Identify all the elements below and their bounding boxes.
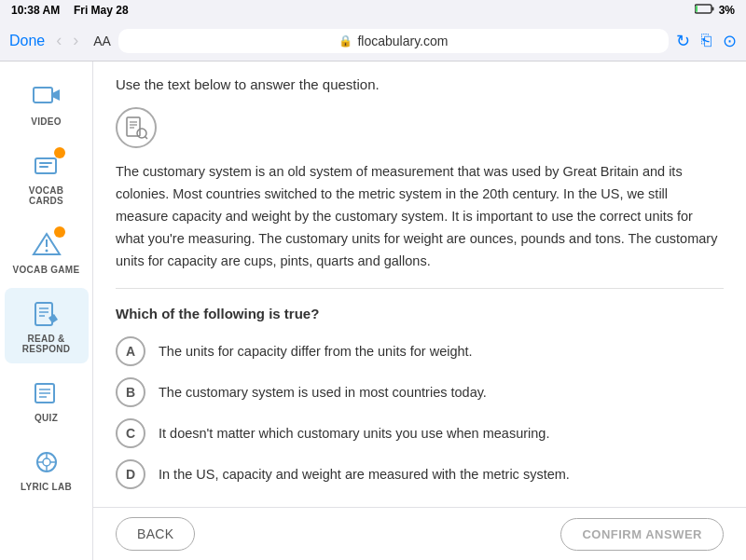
choice-a[interactable]: A The units for capacity differ from the… bbox=[116, 336, 724, 366]
time: 10:38 AM bbox=[11, 4, 60, 17]
sidebar-video-label: VIDEO bbox=[31, 116, 62, 127]
choice-a-letter: A bbox=[116, 336, 145, 366]
url-bar[interactable]: 🔒 flocabulary.com bbox=[118, 29, 669, 53]
status-left: 10:38 AM Fri May 28 bbox=[11, 4, 129, 17]
choice-b-letter: B bbox=[116, 377, 145, 407]
choice-b[interactable]: B The customary system is used in most c… bbox=[116, 377, 724, 407]
browser-navigation: ‹ › bbox=[52, 31, 82, 50]
status-right: 3% bbox=[695, 4, 735, 17]
svg-point-10 bbox=[45, 250, 48, 253]
choice-c[interactable]: C It doesn't matter which customary unit… bbox=[116, 418, 724, 448]
vocab-game-icon bbox=[30, 228, 63, 262]
video-icon bbox=[30, 80, 63, 114]
sidebar-item-vocab-cards[interactable]: VOCAB CARDS bbox=[5, 140, 89, 215]
svg-line-30 bbox=[145, 137, 148, 140]
passage-text: The customary system is an old system of… bbox=[116, 161, 724, 289]
browser-bar: Done ‹ › AA 🔒 flocabulary.com ↻ ⎗ ⊙ bbox=[0, 20, 746, 61]
date: Fri May 28 bbox=[74, 4, 129, 17]
choice-d-letter: D bbox=[116, 459, 145, 489]
sidebar-read-respond-label: READ & RESPOND bbox=[12, 334, 81, 354]
svg-rect-2 bbox=[696, 6, 698, 12]
done-button[interactable]: Done bbox=[9, 33, 45, 49]
vocab-cards-icon bbox=[30, 149, 63, 183]
vocab-game-badge bbox=[54, 226, 65, 238]
lyric-lab-icon bbox=[30, 445, 63, 479]
lock-icon: 🔒 bbox=[338, 34, 352, 48]
sidebar-quiz-label: QUIZ bbox=[35, 413, 58, 423]
menu-button[interactable]: ⊙ bbox=[723, 31, 737, 51]
share-button[interactable]: ⎗ bbox=[701, 31, 711, 50]
svg-rect-6 bbox=[39, 162, 52, 164]
bottom-bar: BACK CONFIRM ANSWER bbox=[93, 507, 746, 560]
battery-icon bbox=[695, 4, 715, 17]
sidebar-vocab-game-label: VOCAB GAME bbox=[13, 265, 80, 275]
read-respond-icon bbox=[30, 297, 63, 331]
back-button[interactable]: BACK bbox=[116, 517, 195, 551]
sidebar-item-read-respond[interactable]: READ & RESPOND bbox=[5, 288, 89, 363]
forward-button[interactable]: › bbox=[69, 31, 82, 50]
vocab-cards-badge bbox=[54, 147, 65, 158]
svg-point-20 bbox=[43, 458, 50, 466]
sidebar-item-video[interactable]: VIDEO bbox=[5, 71, 89, 136]
sidebar-item-vocab-game[interactable]: VOCAB GAME bbox=[5, 219, 89, 284]
choice-c-letter: C bbox=[116, 418, 145, 448]
svg-rect-1 bbox=[711, 7, 713, 11]
svg-rect-25 bbox=[127, 117, 140, 136]
sidebar-item-lyric-lab[interactable]: LYRIC LAB bbox=[5, 436, 89, 501]
main-layout: VIDEO VOCAB CARDS bbox=[0, 61, 746, 560]
choice-a-text: The units for capacity differ from the u… bbox=[159, 344, 473, 359]
battery-percent: 3% bbox=[719, 4, 735, 17]
choice-d-text: In the US, capacity and weight are measu… bbox=[159, 467, 570, 482]
svg-marker-4 bbox=[52, 89, 60, 101]
answer-choices: A The units for capacity differ from the… bbox=[116, 336, 724, 489]
question-text: Which of the following is true? bbox=[116, 306, 724, 321]
refresh-button[interactable]: ↻ bbox=[676, 31, 690, 51]
sidebar-vocab-cards-label: VOCAB CARDS bbox=[12, 185, 81, 206]
back-button[interactable]: ‹ bbox=[52, 31, 65, 50]
sidebar-item-quiz[interactable]: QUIZ bbox=[5, 367, 89, 432]
status-bar: 10:38 AM Fri May 28 3% bbox=[0, 0, 746, 20]
svg-rect-3 bbox=[34, 88, 52, 102]
sidebar-lyric-lab-label: LYRIC LAB bbox=[21, 482, 72, 492]
quiz-icon bbox=[30, 376, 63, 410]
choice-c-text: It doesn't matter which customary units … bbox=[159, 426, 549, 441]
confirm-answer-button[interactable]: CONFIRM ANSWER bbox=[560, 518, 724, 551]
instruction-text: Use the text below to answer the questio… bbox=[116, 76, 724, 92]
svg-rect-7 bbox=[39, 166, 48, 168]
content-area: Use the text below to answer the questio… bbox=[93, 61, 746, 507]
choice-d[interactable]: D In the US, capacity and weight are mea… bbox=[116, 459, 724, 489]
svg-rect-11 bbox=[35, 303, 52, 325]
choice-b-text: The customary system is used in most cou… bbox=[159, 385, 487, 400]
url-text: flocabulary.com bbox=[357, 34, 448, 48]
text-size-button[interactable]: AA bbox=[93, 34, 111, 48]
passage-icon bbox=[116, 107, 157, 148]
sidebar: VIDEO VOCAB CARDS bbox=[0, 61, 93, 560]
browser-actions: ↻ ⎗ ⊙ bbox=[676, 31, 737, 51]
